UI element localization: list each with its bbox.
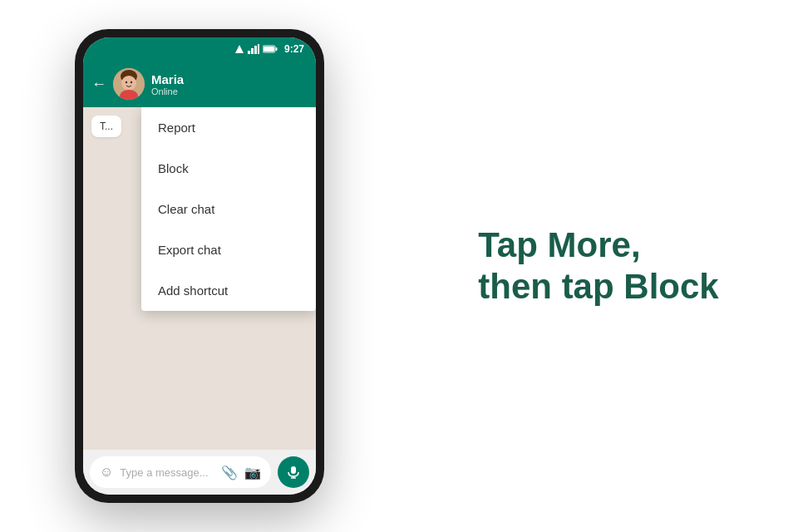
wifi-icon: [248, 44, 259, 54]
svg-point-13: [131, 81, 132, 83]
message-placeholder: Type a message...: [120, 466, 214, 479]
svg-rect-4: [258, 44, 259, 54]
svg-rect-6: [264, 47, 274, 52]
mic-button[interactable]: [278, 456, 309, 488]
mic-icon: [287, 466, 300, 479]
chat-body: T... Report Block Clear chat Export chat…: [83, 107, 316, 450]
menu-item-clear-chat[interactable]: Clear chat: [141, 189, 316, 229]
status-bar: 9:27: [83, 37, 316, 61]
svg-marker-0: [235, 45, 244, 53]
svg-point-12: [126, 81, 127, 83]
attach-icon[interactable]: 📎: [221, 465, 238, 480]
message-input-area[interactable]: ☺ Type a message... 📎 📷: [90, 456, 271, 488]
chat-header: ←: [83, 61, 316, 107]
contact-name: Maria: [151, 72, 308, 86]
menu-item-block[interactable]: Block: [141, 148, 316, 189]
contact-status: Online: [151, 86, 308, 96]
svg-point-10: [121, 76, 136, 91]
svg-rect-1: [248, 51, 250, 54]
menu-item-report[interactable]: Report: [141, 107, 316, 148]
svg-rect-3: [254, 46, 257, 54]
svg-rect-14: [291, 466, 296, 474]
contact-avatar: [113, 68, 145, 100]
chat-bubble: T...: [91, 116, 121, 137]
phone-shell: 9:27 ←: [75, 29, 324, 503]
emoji-icon[interactable]: ☺: [100, 465, 113, 480]
instruction-section: Tap More, then tap Block: [399, 0, 798, 532]
instruction-text: Tap More, then tap Block: [478, 224, 718, 308]
phone-section: 9:27 ←: [0, 0, 399, 532]
phone-screen: 9:27 ←: [83, 37, 316, 495]
back-button[interactable]: ←: [91, 76, 106, 93]
contact-info: Maria Online: [151, 72, 308, 96]
status-time: 9:27: [284, 43, 304, 55]
svg-rect-7: [275, 47, 277, 51]
context-menu: Report Block Clear chat Export chat Add …: [141, 107, 316, 311]
signal-icon: [234, 44, 244, 54]
chat-input-bar: ☺ Type a message... 📎 📷: [83, 450, 316, 495]
menu-item-add-shortcut[interactable]: Add shortcut: [141, 270, 316, 311]
battery-icon: [263, 45, 278, 53]
svg-rect-2: [251, 48, 254, 54]
instruction-line2: then tap Block: [478, 266, 718, 308]
instruction-line1: Tap More,: [478, 224, 718, 266]
menu-item-export-chat[interactable]: Export chat: [141, 229, 316, 270]
avatar-image: [113, 68, 145, 100]
camera-icon[interactable]: 📷: [244, 465, 261, 480]
